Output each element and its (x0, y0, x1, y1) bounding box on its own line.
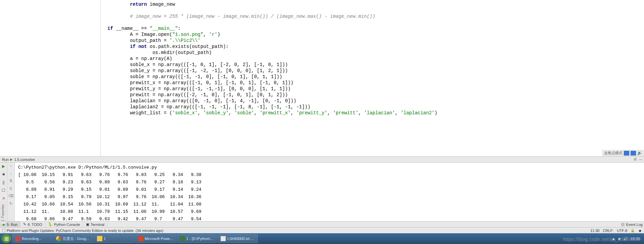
console-row: 8.89 8.91 9.29 9.15 9.01 8.89 9.01 9.17 … (18, 186, 641, 193)
tab-python-console[interactable]: 🐍 Python Console (45, 222, 83, 227)
console-row: 9.5 9.56 9.23 9.63 9.89 9.63 9.76 9.27 9… (18, 179, 641, 186)
taskbar-app-label: Microsoft Powe... (145, 237, 173, 241)
console-row: 10.42 10.66 10.54 10.56 10.31 10.69 11.1… (18, 201, 641, 208)
tab-eventlog[interactable]: Event Log (626, 223, 643, 227)
console-cmd-line: C:\Python27\python.exe D:/Python/ML/1/1.… (18, 164, 641, 171)
run-controls-secondary: ↑↓⇅⎘⌫↻ (7, 163, 15, 221)
taskbar-app[interactable]: Microsoft Powe... (135, 234, 176, 243)
terminal-icon: ▣ (86, 222, 89, 227)
windows-icon: ⊞ (4, 236, 9, 242)
minimize-icon[interactable]: — (639, 157, 643, 162)
console-row: 11.12 11. 10.88 11.1 10.79 11.15 11.06 1… (18, 208, 641, 216)
todo-icon: ✎ (23, 222, 26, 227)
tab-todo[interactable]: ✎ 6: TODO (20, 222, 45, 227)
run-ctrl-button[interactable]: ☐ (1, 188, 6, 193)
run-header-label: Run (2, 158, 9, 162)
line-separator[interactable]: CRLF: (603, 229, 613, 233)
taskbar-app[interactable]: 1 - [D:\Python\... (177, 234, 217, 243)
editor[interactable]: return image_new # image_new = 255 * (im… (101, 0, 644, 156)
taskbar-app-label: 1 (104, 237, 106, 241)
run-ctrl-button[interactable]: ✕ (1, 196, 6, 201)
tray-arrow-icon[interactable]: ▲ (612, 237, 615, 241)
float-btn-2[interactable] (631, 151, 636, 156)
tray-network-icon[interactable]: ◈ (618, 237, 621, 241)
status-bar: Platform and Plugin Updates: PyCharm Com… (0, 227, 644, 233)
taskbar-app[interactable]: 1 (94, 234, 134, 243)
run-ctrl2-button[interactable]: ↑ (10, 164, 12, 168)
windows-taskbar[interactable]: ⊞ Recording...百度云 - Goog...1Microsoft Po… (0, 233, 644, 244)
run-ctrl-button[interactable]: || (1, 180, 6, 185)
tab-terminal-label: Terminal (91, 223, 105, 227)
console-row: 9.17 9.05 9.15 9.79 10.12 9.97 9.76 10.0… (18, 193, 641, 201)
taskbar-app[interactable]: Recording... (12, 234, 52, 243)
gear-icon[interactable]: ⚙ (634, 157, 637, 162)
run-ctrl2-button[interactable]: ↓ (10, 171, 12, 175)
sound-icon[interactable]: 🔊 (637, 151, 642, 155)
bottom-tool-tabs: ▶ 5: Run ✎ 6: TODO 🐍 Python Console ▣ Te… (0, 221, 644, 227)
float-btn-1[interactable] (624, 151, 629, 156)
taskbar-app-icon (56, 236, 61, 241)
project-panel[interactable] (0, 0, 101, 156)
hector-icon[interactable]: ☻ (638, 229, 642, 233)
taskbar-app[interactable]: 百度云 - Goog... (53, 234, 93, 243)
status-message[interactable]: Platform and Plugin Updates: PyCharm Com… (7, 229, 163, 233)
taskbar-app-icon (97, 236, 102, 241)
pyconsole-icon: 🐍 (48, 222, 53, 227)
taskbar-app-label: 百度云 - Goog... (63, 236, 89, 241)
taskbar-app-label: 1 - [D:\Python\... (186, 237, 213, 241)
caret-position[interactable]: 11:30 (590, 229, 600, 233)
run-ctrl-button[interactable]: ▶ (1, 164, 6, 169)
tab-todo-label: 6: TODO (28, 223, 42, 227)
tab-pyconsole-label: Python Console (54, 223, 80, 227)
run-ctrl2-button[interactable]: ⌫ (8, 194, 14, 198)
tab-terminal[interactable]: ▣ Terminal (83, 222, 108, 227)
taskbar-app[interactable]: LSH60000.txt ... (217, 234, 258, 243)
run-arrow-icon: ▶ (10, 158, 13, 161)
run-ctrl2-button[interactable]: ⎘ (10, 186, 12, 190)
tab-run-label: 5: Run (7, 223, 17, 227)
run-toolwindow-header[interactable]: Run ▶ 1.5.convolve ⚙ — (0, 157, 644, 163)
favorites-sidetab[interactable]: 2. Favorites (0, 202, 6, 224)
tray-sound-icon[interactable]: 🔊 (623, 237, 628, 241)
console-row: 9.68 9.86 9.47 9.59 9.63 9.42 9.47 9.7 9… (18, 216, 641, 221)
taskbar-app-icon (180, 236, 185, 241)
start-button[interactable]: ⊞ (1, 234, 11, 243)
taskbar-app-label: LSH60000.txt ... (227, 237, 254, 241)
eventlog-icon (621, 223, 625, 226)
run-console[interactable]: C:\Python27\python.exe D:/Python/ML/1/1.… (15, 163, 644, 221)
file-encoding[interactable]: UTF-8 (617, 229, 627, 233)
code-text[interactable]: return image_new # image_new = 255 * (im… (101, 0, 644, 117)
taskbar-app-label: Recording... (22, 237, 42, 241)
system-tray[interactable]: ▲ ◈ 🔊 15:30 (612, 237, 643, 241)
taskbar-app-icon (15, 236, 20, 241)
tray-clock[interactable]: 15:30 (631, 237, 640, 241)
run-ctrl-button[interactable]: ■ (1, 172, 6, 177)
taskbar-app-icon (220, 236, 226, 241)
run-ctrl2-button[interactable]: ⇅ (9, 179, 12, 183)
status-icon[interactable] (2, 229, 5, 232)
console-row: [ 10.06 10.15 9.91 9.63 9.76 9.76 9.83 9… (18, 171, 641, 179)
taskbar-app-icon (138, 236, 143, 241)
run-config-name: 1.5.convolve (14, 158, 35, 162)
run-ctrl2-button[interactable]: ↻ (9, 201, 12, 206)
lock-icon[interactable]: 🔒 (631, 229, 635, 232)
editor-float-toolbar: 去焦点模式 🔊 (602, 150, 644, 156)
float-label: 去焦点模式 (604, 150, 623, 156)
